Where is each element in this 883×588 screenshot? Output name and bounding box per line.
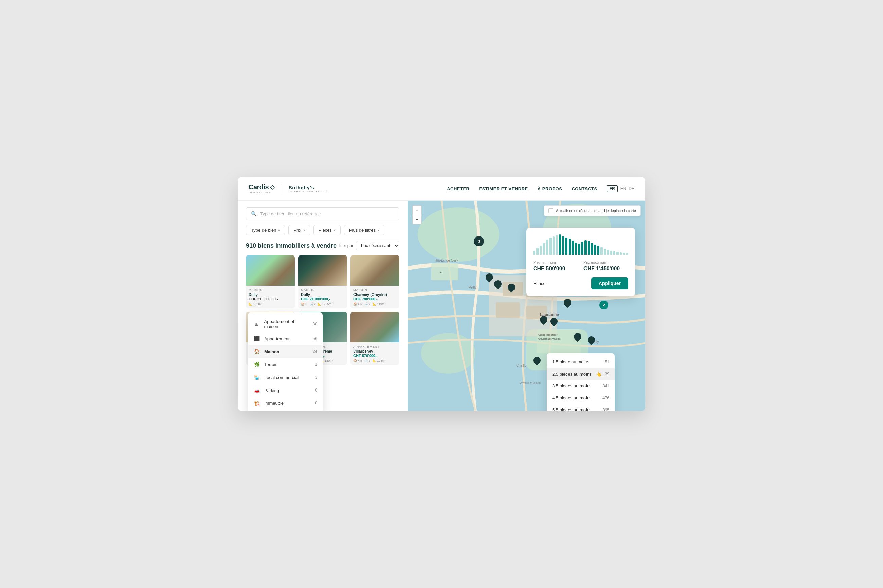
chart-bar bbox=[543, 243, 545, 255]
map-pin-cluster[interactable]: 2 bbox=[599, 301, 608, 309]
property-image bbox=[350, 312, 399, 342]
filter-prix[interactable]: Prix ▾ bbox=[288, 225, 310, 236]
dropdown-item-all[interactable]: ⊞ Appartement et maison 80 bbox=[248, 316, 323, 332]
map-pin[interactable] bbox=[574, 333, 581, 340]
maison-icon: 🏠 bbox=[253, 348, 260, 355]
map-pin[interactable] bbox=[486, 273, 493, 281]
map-pin[interactable] bbox=[540, 316, 548, 323]
cardis-subtitle: IMMOBILIER bbox=[248, 191, 275, 194]
pieces-item-label: 1.5 pièce au moins bbox=[552, 359, 589, 364]
property-card[interactable]: MAISON Dully CHF 21'000'000,- 📐 162m² bbox=[246, 255, 295, 308]
property-image bbox=[246, 255, 295, 286]
sort-select[interactable]: Prix décroissant bbox=[356, 241, 399, 250]
lang-en[interactable]: EN bbox=[620, 186, 626, 191]
logo-area: Cardis IMMOBILIER Sotheby's INTERNATIONA… bbox=[248, 183, 327, 195]
map-pin[interactable] bbox=[533, 357, 541, 364]
chart-bar bbox=[552, 237, 555, 255]
pieces-item[interactable]: 3.5 pièces au moins 341 bbox=[547, 380, 615, 392]
zoom-out-button[interactable]: − bbox=[412, 215, 422, 224]
map-pin[interactable] bbox=[550, 318, 558, 325]
lang-de[interactable]: DE bbox=[629, 186, 635, 191]
pieces-item[interactable]: 4.5 pièces au moins 476 bbox=[547, 392, 615, 404]
chart-bar bbox=[581, 242, 584, 255]
chevron-down-icon: ▾ bbox=[303, 228, 305, 232]
dropdown-item-count: 0 bbox=[315, 401, 317, 405]
svg-text:+: + bbox=[440, 271, 441, 274]
map-pin[interactable] bbox=[588, 336, 595, 344]
nav-estimer[interactable]: ESTIMER ET VENDRE bbox=[479, 186, 528, 191]
chart-bar bbox=[613, 251, 615, 255]
dropdown-item-parking[interactable]: 🚗 Parking 0 bbox=[248, 384, 323, 397]
filters-row: Type de bien ▾ Prix ▾ Pièces ▾ Plus de f… bbox=[246, 225, 399, 236]
chart-bar bbox=[588, 241, 590, 255]
dropdown-item-count: 0 bbox=[315, 388, 317, 393]
filter-plus[interactable]: Plus de filtres ▾ bbox=[344, 225, 384, 236]
logo-separator bbox=[281, 183, 282, 195]
cardis-logo-icon bbox=[270, 185, 275, 190]
dropdown-item-appartement[interactable]: ⬛ Appartement 56 bbox=[248, 332, 323, 345]
chart-bar bbox=[540, 246, 542, 255]
dropdown-item-terrain[interactable]: 🌿 Terrain 1 bbox=[248, 358, 323, 371]
nav-contacts[interactable]: CONTACTS bbox=[572, 186, 597, 191]
nav-acheter[interactable]: ACHETER bbox=[447, 186, 469, 191]
property-info: MAISON Charmey (Gruyère) CHF 780'000,- 🏠… bbox=[350, 286, 399, 308]
filter-pieces[interactable]: Pièces ▾ bbox=[313, 225, 341, 236]
price-max-group: Prix maximum CHF 1'450'000 bbox=[584, 260, 628, 272]
property-card[interactable]: MAISON Charmey (Gruyère) CHF 780'000,- 🏠… bbox=[350, 255, 399, 308]
pieces-item[interactable]: 2.5 pièces au moins 👆 39 bbox=[547, 368, 615, 380]
pieces-dropdown: 1.5 pièce au moins 51 2.5 pièces au moin… bbox=[547, 353, 615, 411]
map-pin[interactable] bbox=[508, 284, 515, 291]
pieces-item[interactable]: 1.5 pièce au moins 51 bbox=[547, 356, 615, 368]
property-image bbox=[298, 255, 347, 286]
map-pin-numbered[interactable]: 3 bbox=[474, 236, 484, 246]
chart-bar bbox=[572, 240, 574, 255]
chevron-down-icon: ▾ bbox=[378, 228, 379, 232]
dropdown-item-maison[interactable]: 🏠 Maison 24 bbox=[248, 345, 323, 358]
filter-type-bien[interactable]: Type de bien ▾ bbox=[246, 225, 285, 236]
local-commercial-icon: 🏪 bbox=[253, 374, 260, 381]
pieces-item[interactable]: 5.5 pièces au moins 395 bbox=[547, 404, 615, 411]
dropdown-item-immeuble[interactable]: 🏗️ Immeuble 0 bbox=[248, 397, 323, 410]
search-bar[interactable]: 🔍 Type de bien, lieu ou référence bbox=[246, 207, 399, 220]
map-update-checkbox[interactable]: Actualiser les résultats quand je déplac… bbox=[544, 205, 641, 216]
price-min-label: Prix minimum bbox=[533, 260, 578, 264]
chevron-down-icon: ▾ bbox=[334, 228, 335, 232]
zoom-in-button[interactable]: + bbox=[412, 205, 422, 215]
chevron-down-icon: ▾ bbox=[278, 228, 280, 232]
svg-text:Prilly: Prilly bbox=[469, 285, 477, 290]
property-name: Charmey (Gruyère) bbox=[353, 292, 397, 297]
property-card[interactable]: APPARTEMENT Villarbeney CHF 570'000,- 🏠 … bbox=[350, 312, 399, 365]
search-placeholder: Type de bien, lieu ou référence bbox=[260, 212, 321, 216]
sort-label: Trier par bbox=[338, 243, 353, 248]
price-min-value[interactable]: CHF 500'000 bbox=[533, 266, 578, 272]
property-card[interactable]: MAISON Dully CHF 21'000'000,- 🏠 9 🛁 7 📐 … bbox=[298, 255, 347, 308]
checkbox[interactable] bbox=[549, 208, 553, 213]
property-bath: 🛁 7 bbox=[309, 302, 316, 306]
map-update-label: Actualiser les résultats quand je déplac… bbox=[556, 208, 636, 213]
map-pin[interactable] bbox=[494, 280, 502, 288]
property-name: Dully bbox=[301, 292, 344, 297]
dropdown-item-local[interactable]: 🏪 Local commercial 3 bbox=[248, 371, 323, 384]
lang-fr[interactable]: FR bbox=[607, 185, 618, 192]
dropdown-item-label: Parking bbox=[264, 388, 279, 393]
property-bath: 🛁 2 bbox=[364, 302, 370, 306]
dropdown-item-label: Immeuble bbox=[264, 401, 284, 406]
filter-plus-label: Plus de filtres bbox=[349, 228, 376, 233]
filter-pieces-label: Pièces bbox=[319, 228, 332, 233]
chart-bar bbox=[533, 251, 535, 255]
price-min-group: Prix minimum CHF 500'000 bbox=[533, 260, 578, 272]
property-details: 🏠 9 🛁 7 📐 1255m² bbox=[301, 302, 344, 306]
map-toolbar: + − bbox=[412, 205, 422, 224]
price-max-value[interactable]: CHF 1'450'000 bbox=[584, 266, 628, 272]
dropdown-item-count: 56 bbox=[313, 336, 317, 341]
sothebys-logo: Sotheby's INTERNATIONAL REALTY bbox=[289, 185, 327, 193]
dropdown-item-label: Appartement et maison bbox=[264, 319, 309, 329]
chart-bar bbox=[600, 247, 602, 255]
search-icon: 🔍 bbox=[251, 211, 257, 216]
clear-button[interactable]: Effacer bbox=[533, 281, 547, 286]
nav-apropos[interactable]: À PROPOS bbox=[538, 186, 563, 191]
apply-button[interactable]: Appliquer bbox=[591, 277, 628, 290]
price-actions: Effacer Appliquer bbox=[533, 277, 628, 290]
chart-bar bbox=[565, 237, 567, 255]
map-pin[interactable] bbox=[564, 299, 571, 306]
